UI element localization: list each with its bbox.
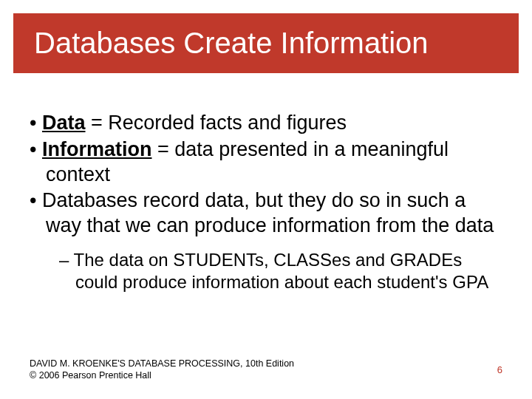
slide-title: Databases Create Information (34, 27, 498, 60)
bullet-2: Information = data presented in a meanin… (30, 137, 502, 188)
footer-line2: © 2006 Pearson Prentice Hall (30, 369, 294, 381)
sub-bullet-list: The data on STUDENTs, CLASSes and GRADEs… (30, 249, 502, 293)
bullet-2-term: Information (42, 138, 152, 160)
bullet-3: Databases record data, but they do so in… (30, 188, 502, 239)
bullet-1-term: Data (42, 112, 86, 134)
bullet-list: Data = Recorded facts and figures Inform… (30, 111, 502, 239)
footer: DAVID M. KROENKE'S DATABASE PROCESSING, … (30, 358, 294, 382)
bullet-1-rest: = Recorded facts and figures (86, 112, 347, 134)
footer-line1: DAVID M. KROENKE'S DATABASE PROCESSING, … (30, 358, 294, 369)
title-block: Databases Create Information (13, 13, 519, 73)
bullet-1: Data = Recorded facts and figures (30, 111, 502, 136)
title-bar: Databases Create Information (13, 13, 519, 73)
slide-body: Data = Recorded facts and figures Inform… (30, 111, 502, 293)
slide: Databases Create Information Data = Reco… (0, 0, 532, 399)
sub-bullet-1: The data on STUDENTs, CLASSes and GRADEs… (59, 249, 502, 293)
page-number: 6 (497, 364, 502, 375)
